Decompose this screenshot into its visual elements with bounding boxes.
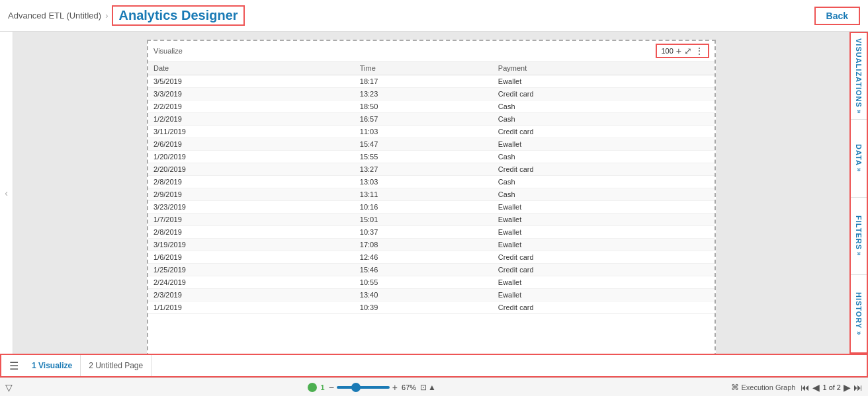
canvas-area: Visualize 100 + ⤢ ⋮ Date Time Payment	[13, 32, 849, 354]
table-row: 2/8/201913:03Cash	[148, 176, 715, 188]
execution-graph-icon: ⌘	[731, 383, 739, 392]
table-row: 1/7/201915:01Ewallet	[148, 214, 715, 226]
back-button[interactable]: Back	[814, 7, 860, 25]
table-cell: Cash	[493, 176, 715, 188]
table-cell: 18:50	[355, 100, 493, 113]
viz-more-btn[interactable]: ⋮	[695, 46, 704, 56]
table-cell: 2/3/2019	[148, 289, 355, 301]
status-bar: ▽ 1 − + 67% ⊡ ▲ ⌘ Execution Graph ⏮ ◀ 1 …	[0, 377, 868, 396]
table-cell: Cash	[493, 100, 715, 113]
page-nav-text: 1 of 2	[822, 383, 841, 391]
table-row: 1/2/201916:57Cash	[148, 113, 715, 126]
table-cell: 3/23/2019	[148, 201, 355, 214]
tab-untitled-page[interactable]: 2 Untitled Page	[81, 355, 152, 376]
table-row: 1/20/201915:55Cash	[148, 151, 715, 163]
page-first-btn[interactable]: ⏮	[801, 382, 810, 393]
table-cell: Credit card	[493, 251, 715, 264]
table-cell: 15:46	[355, 264, 493, 276]
zoom-plus-btn[interactable]: +	[392, 382, 398, 393]
page-nav: ⏮ ◀ 1 of 2 ▶ ⏭	[801, 382, 863, 393]
sidebar-visualizations[interactable]: VISUALIZATIONS»	[851, 33, 867, 120]
table-cell: 2/24/2019	[148, 276, 355, 289]
table-cell: Cash	[493, 188, 715, 201]
main-area: ‹ Visualize 100 + ⤢ ⋮ Date Time Payment	[0, 32, 868, 354]
table-cell: Cash	[493, 113, 715, 126]
visualize-controls: 100 + ⤢ ⋮	[656, 44, 709, 58]
left-nav-arrow[interactable]: ‹	[0, 32, 13, 354]
visualize-widget: Visualize 100 + ⤢ ⋮ Date Time Payment	[147, 40, 716, 354]
table-cell: 10:55	[355, 276, 493, 289]
table-cell: 13:11	[355, 188, 493, 201]
table-cell: 3/19/2019	[148, 239, 355, 251]
header-left: Advanced ETL (Untitled) › Analytics Desi…	[8, 5, 245, 26]
table-row: 2/6/201915:47Ewallet	[148, 138, 715, 151]
table-cell: 13:23	[355, 88, 493, 100]
table-cell: Credit card	[493, 163, 715, 176]
table-cell: 2/8/2019	[148, 176, 355, 188]
table-row: 3/5/201918:17Ewallet	[148, 75, 715, 88]
table-cell: 15:01	[355, 214, 493, 226]
table-row: 2/3/201913:40Ewallet	[148, 289, 715, 301]
status-count: 1	[321, 383, 325, 391]
table-cell: 2/6/2019	[148, 138, 355, 151]
table-cell: 15:47	[355, 138, 493, 151]
table-row: 2/9/201913:11Cash	[148, 188, 715, 201]
table-row: 2/8/201910:37Ewallet	[148, 226, 715, 239]
right-sidebar: VISUALIZATIONS» DATA» FILTERS» HISTORY»	[849, 32, 868, 354]
table-cell: 2/2/2019	[148, 100, 355, 113]
table-cell: 1/20/2019	[148, 151, 355, 163]
table-cell: 10:39	[355, 301, 493, 314]
page-next-btn[interactable]: ▶	[844, 382, 851, 393]
col-header-payment: Payment	[493, 61, 715, 75]
table-cell: Ewallet	[493, 239, 715, 251]
table-row: 2/24/201910:55Ewallet	[148, 276, 715, 289]
table-row: 1/25/201915:46Credit card	[148, 264, 715, 276]
table-row: 3/19/201917:08Ewallet	[148, 239, 715, 251]
table-cell: 16:57	[355, 113, 493, 126]
table-cell: 13:03	[355, 176, 493, 188]
page-title: Analytics Designer	[112, 5, 244, 26]
table-cell: Credit card	[493, 88, 715, 100]
table-cell: 2/9/2019	[148, 188, 355, 201]
fit-icon-2[interactable]: ▲	[428, 383, 436, 392]
filter-icon[interactable]: ▽	[5, 382, 13, 393]
table-row: 1/6/201912:46Credit card	[148, 251, 715, 264]
sidebar-history[interactable]: HISTORY»	[851, 275, 867, 352]
sidebar-data[interactable]: DATA»	[851, 120, 867, 198]
table-cell: Ewallet	[493, 276, 715, 289]
viz-zoom-plus[interactable]: +	[676, 46, 681, 56]
fit-icons: ⊡ ▲	[420, 383, 436, 392]
table-cell: Ewallet	[493, 201, 715, 214]
zoom-minus-btn[interactable]: −	[329, 382, 334, 393]
viz-expand-btn[interactable]: ⤢	[684, 46, 692, 56]
breadcrumb-arrow: ›	[105, 11, 108, 20]
visualize-header: Visualize 100 + ⤢ ⋮	[148, 41, 715, 61]
sidebar-filters[interactable]: FILTERS»	[851, 198, 867, 276]
fit-icon-1[interactable]: ⊡	[420, 383, 427, 392]
hamburger-button[interactable]: ☰	[4, 360, 24, 372]
status-left: ▽	[5, 382, 13, 393]
data-table: Date Time Payment 3/5/201918:17Ewallet3/…	[148, 61, 715, 314]
table-cell: Ewallet	[493, 138, 715, 151]
table-cell: 1/25/2019	[148, 264, 355, 276]
breadcrumb: Advanced ETL (Untitled)	[8, 11, 101, 20]
tab-visualize[interactable]: 1 Visualize	[24, 355, 81, 376]
table-cell: 13:40	[355, 289, 493, 301]
header: Advanced ETL (Untitled) › Analytics Desi…	[0, 0, 868, 32]
visualize-label: Visualize	[153, 47, 183, 55]
table-row: 3/23/201910:16Ewallet	[148, 201, 715, 214]
table-cell: 12:46	[355, 251, 493, 264]
status-center: 1 − + 67% ⊡ ▲	[308, 382, 436, 393]
page-last-btn[interactable]: ⏭	[853, 382, 863, 393]
table-cell: Ewallet	[493, 226, 715, 239]
table-cell: Cash	[493, 151, 715, 163]
execution-graph[interactable]: ⌘ Execution Graph	[731, 383, 796, 392]
table-row: 1/1/201910:39Credit card	[148, 301, 715, 314]
page-prev-btn[interactable]: ◀	[812, 382, 820, 393]
zoom-slider[interactable]	[337, 386, 390, 389]
status-dot	[308, 383, 317, 392]
table-cell: 17:08	[355, 239, 493, 251]
zoom-percent: 67%	[402, 383, 416, 391]
table-cell: Credit card	[493, 264, 715, 276]
table-header-row: Date Time Payment	[148, 61, 715, 75]
